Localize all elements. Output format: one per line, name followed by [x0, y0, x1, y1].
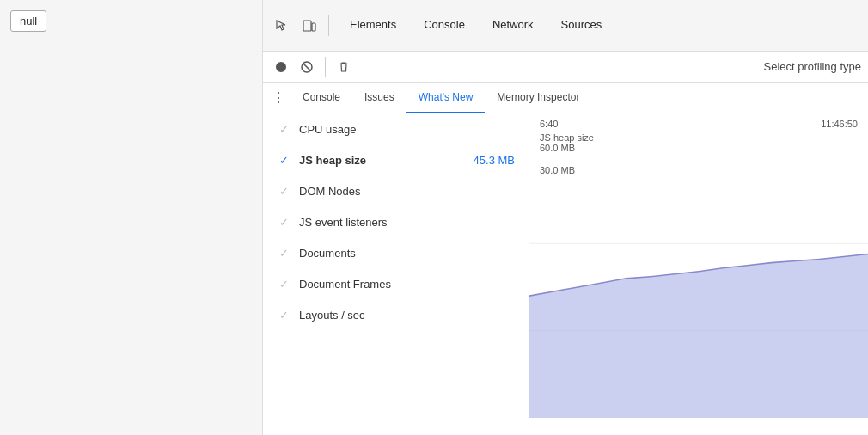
- list-item[interactable]: ✓ Documents: [263, 237, 529, 268]
- chart-time-start: 6:40: [540, 119, 558, 129]
- subtab-console[interactable]: Console: [290, 83, 352, 113]
- check-icon-jsevents: ✓: [277, 215, 290, 229]
- check-icon-jsheap: ✓: [277, 153, 290, 167]
- chart-panel: 6:40 11:46:50 JS heap size 60.0 MB 30.0 …: [529, 113, 868, 435]
- checklist-panel: ✓ CPU usage ✓ JS heap size 45.3 MB ✓ DOM…: [263, 113, 529, 435]
- check-icon-cpu: ✓: [277, 122, 290, 136]
- device-toggle-button[interactable]: [297, 14, 321, 38]
- subtab-issues[interactable]: Issues: [352, 83, 406, 113]
- chart-heap-label: JS heap size: [540, 132, 858, 143]
- chart-time-end: 11:46:50: [821, 119, 858, 129]
- list-item[interactable]: ✓ Layouts / sec: [263, 299, 529, 330]
- record-button[interactable]: [270, 56, 292, 78]
- check-icon-frames: ✓: [277, 277, 290, 291]
- inspect-icon-button[interactable]: [270, 14, 294, 38]
- main-content: ✓ CPU usage ✓ JS heap size 45.3 MB ✓ DOM…: [263, 113, 868, 435]
- toolbar-separator: [328, 15, 329, 36]
- devtools-panel: Elements Console Network Sources: [262, 0, 868, 435]
- list-item[interactable]: ✓ JS heap size 45.3 MB: [263, 144, 529, 175]
- check-icon-docs: ✓: [277, 246, 290, 260]
- check-icon-dom: ✓: [277, 184, 290, 198]
- more-tabs-button[interactable]: ⋮: [266, 86, 290, 110]
- profiling-type-label: Select profiling type: [764, 60, 861, 73]
- chart-heap-value: 60.0 MB: [540, 143, 858, 153]
- subtab-memory-inspector[interactable]: Memory Inspector: [485, 83, 591, 113]
- svg-line-4: [303, 63, 311, 70]
- tab-console[interactable]: Console: [410, 0, 479, 52]
- svg-point-2: [276, 62, 286, 72]
- tab-network[interactable]: Network: [479, 0, 547, 52]
- devtools-tabs: Elements Console Network Sources: [336, 0, 615, 52]
- jsevents-label: JS event listeners: [299, 216, 506, 229]
- memory-chart-svg: [529, 156, 868, 418]
- documents-label: Documents: [299, 247, 506, 260]
- devtools-toolbar-second: Select profiling type: [263, 52, 868, 83]
- cpu-usage-label: CPU usage: [299, 123, 506, 136]
- left-panel: null: [0, 0, 262, 435]
- subtab-whats-new[interactable]: What's New: [406, 83, 486, 113]
- list-item[interactable]: ✓ DOM Nodes: [263, 175, 529, 206]
- list-item[interactable]: ✓ CPU usage: [263, 113, 529, 144]
- list-item[interactable]: ✓ JS event listeners: [263, 206, 529, 237]
- jsheap-label: JS heap size: [299, 154, 465, 167]
- tab-sources[interactable]: Sources: [547, 0, 616, 52]
- tab-elements[interactable]: Elements: [336, 0, 410, 52]
- toolbar-separator-2: [325, 57, 326, 77]
- null-button[interactable]: null: [10, 10, 46, 32]
- svg-rect-0: [303, 21, 311, 31]
- clear-button[interactable]: [333, 56, 355, 78]
- svg-rect-1: [312, 23, 315, 31]
- chart-lower-label: 30.0 MB: [540, 165, 575, 175]
- devtools-subtabs: ⋮ Console Issues What's New Memory Inspe…: [263, 83, 868, 113]
- doc-frames-label: Document Frames: [299, 278, 506, 291]
- layouts-label: Layouts / sec: [299, 309, 506, 322]
- jsheap-value: 45.3 MB: [474, 154, 515, 167]
- stop-button[interactable]: [296, 56, 318, 78]
- list-item[interactable]: ✓ Document Frames: [263, 268, 529, 299]
- devtools-toolbar-top: Elements Console Network Sources: [263, 0, 868, 52]
- check-icon-layouts: ✓: [277, 308, 290, 322]
- dom-nodes-label: DOM Nodes: [299, 185, 506, 198]
